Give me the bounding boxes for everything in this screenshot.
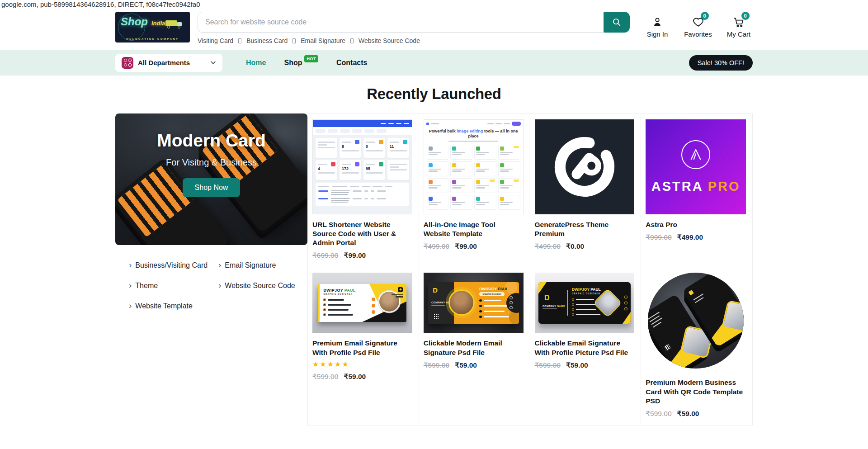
category-email-signature[interactable]: › Email Signature bbox=[218, 261, 303, 270]
product-prices: ₹599.00 ₹59.00 bbox=[312, 373, 412, 381]
favorites-label: Favorites bbox=[684, 30, 712, 38]
old-price: ₹599.00 bbox=[312, 373, 338, 380]
product-image: Powerful bulk image editing tools — all … bbox=[424, 119, 524, 214]
category-theme[interactable]: › Theme bbox=[129, 281, 218, 290]
old-price: ₹599.00 bbox=[646, 410, 671, 417]
qr-code bbox=[664, 344, 671, 351]
ads-txt-line: google.com, pub-5899814364628916, DIRECT… bbox=[0, 0, 868, 8]
product-prices: ₹999.00 ₹499.00 bbox=[646, 233, 746, 241]
category-website-source-code[interactable]: › Website Source Code bbox=[218, 281, 303, 290]
sale-badge[interactable]: Sale! 30% OFF! bbox=[689, 55, 753, 71]
nav-link-shop[interactable]: Shop HOT bbox=[284, 59, 318, 67]
product-grid: 8 0 11 4 172 95 bbox=[307, 113, 753, 425]
current-price: ₹59.00 bbox=[677, 410, 699, 417]
product-title[interactable]: All-in-One Image Tool Website Template bbox=[424, 220, 524, 238]
old-price: ₹499.00 bbox=[424, 242, 449, 250]
product-card[interactable]: D COMPANY NAME DWIPJOY PAUL Graphic Desi… bbox=[419, 267, 530, 425]
header: ShopIndia RELOCATION COMPANY Visiting Ca… bbox=[115, 12, 753, 44]
chevron-right-icon: › bbox=[129, 301, 132, 310]
generatepress-logo bbox=[551, 133, 618, 201]
company-logo-mark bbox=[689, 290, 694, 295]
shop-now-button[interactable]: Shop Now bbox=[183, 178, 241, 197]
search-input[interactable] bbox=[198, 12, 630, 33]
profile-photo bbox=[448, 289, 475, 316]
sign-in-button[interactable]: Sign In bbox=[643, 15, 671, 38]
all-departments-dropdown[interactable]: All Departments bbox=[115, 54, 222, 72]
search-icon bbox=[612, 17, 622, 27]
product-card[interactable]: D COMPANY NAME DWIPJOY PAUL GRAPHIC DESI… bbox=[530, 267, 642, 425]
cart-count-badge: 0 bbox=[741, 12, 750, 20]
product-title[interactable]: Astra Pro bbox=[646, 220, 746, 229]
logo-word-india: India bbox=[151, 20, 165, 27]
product-image bbox=[535, 119, 635, 214]
current-price: ₹59.00 bbox=[566, 361, 588, 369]
current-price: ₹99.00 bbox=[344, 251, 366, 259]
chevron-down-icon bbox=[210, 60, 216, 66]
product-title[interactable]: Clickable Email Signature With Profile P… bbox=[535, 339, 635, 357]
departments-grid-icon bbox=[122, 57, 133, 69]
sign-in-label: Sign In bbox=[647, 30, 668, 38]
hot-badge: HOT bbox=[304, 55, 318, 62]
product-prices: ₹599.00 ₹59.00 bbox=[646, 410, 746, 418]
category-website-template[interactable]: › Website Template bbox=[129, 302, 218, 311]
separator-box bbox=[292, 38, 296, 43]
product-prices: ₹499.00 ₹0.00 bbox=[535, 242, 635, 250]
hero-banner: Modern Card For Visitng & Business Shop … bbox=[115, 113, 307, 245]
company-logo-mark bbox=[398, 287, 403, 292]
cart-label: My Cart bbox=[727, 30, 751, 38]
old-price: ₹599.00 bbox=[424, 361, 449, 369]
current-price: ₹0.00 bbox=[566, 242, 584, 250]
current-price: ₹59.00 bbox=[344, 373, 366, 380]
quick-link-visiting-card[interactable]: Visiting Card bbox=[198, 37, 233, 44]
nav-link-home[interactable]: Home bbox=[246, 59, 266, 67]
user-icon bbox=[651, 16, 663, 28]
quick-link-website-source-code[interactable]: Website Source Code bbox=[359, 37, 420, 44]
quick-links: Visiting Card Business Card Email Signat… bbox=[198, 37, 630, 44]
product-image: D COMPANY NAME DWIPJOY PAUL Graphic Desi… bbox=[424, 273, 524, 333]
current-price: ₹99.00 bbox=[455, 242, 477, 250]
product-card[interactable]: 8 0 11 4 172 95 bbox=[308, 114, 419, 267]
logo-tagline: RELOCATION COMPANY bbox=[115, 38, 190, 40]
nav-link-contacts[interactable]: Contacts bbox=[336, 59, 367, 67]
product-prices: ₹499.00 ₹99.00 bbox=[424, 242, 524, 250]
chevron-right-icon: › bbox=[129, 281, 132, 289]
header-actions: Sign In 0 Favorites 0 My Cart bbox=[643, 12, 753, 38]
product-card[interactable]: Premium Modern Business Card With QR Cod… bbox=[641, 267, 752, 425]
old-price: ₹599.00 bbox=[535, 361, 561, 369]
product-card[interactable]: DWIPJOY PAUL GRAPHIC DESIGNER Premium Em… bbox=[308, 267, 419, 425]
favorites-button[interactable]: 0 Favorites bbox=[684, 15, 712, 38]
old-price: ₹499.00 bbox=[535, 242, 561, 250]
all-departments-label: All Departments bbox=[138, 59, 206, 66]
product-card[interactable]: ASTRAPRO Astra Pro ₹999.00 ₹499.00 bbox=[641, 114, 752, 267]
search-button[interactable] bbox=[604, 12, 630, 33]
separator-box bbox=[238, 38, 241, 43]
product-image: DWIPJOY PAUL GRAPHIC DESIGNER bbox=[312, 273, 412, 333]
page-title: Recently Launched bbox=[0, 85, 868, 103]
product-title[interactable]: Clickable Modern Email Signature Psd Fil… bbox=[424, 339, 524, 357]
product-prices: ₹599.00 ₹59.00 bbox=[424, 361, 524, 369]
logo-word-shop: Shop bbox=[121, 15, 148, 28]
astra-logo bbox=[681, 140, 710, 169]
banner-subtitle: For Visitng & Business bbox=[166, 157, 257, 168]
old-price: ₹999.00 bbox=[646, 233, 671, 241]
product-title[interactable]: Premium Email Signature With Profile Psd… bbox=[312, 339, 412, 357]
old-price: ₹699.00 bbox=[312, 251, 338, 259]
quick-link-business-card[interactable]: Business Card bbox=[246, 37, 288, 44]
main-navbar: All Departments Home Shop HOT Contacts S… bbox=[0, 50, 868, 76]
qr-code bbox=[433, 314, 439, 320]
product-title[interactable]: URL Shortener Website Source Code with U… bbox=[312, 220, 412, 247]
separator-box bbox=[350, 38, 354, 43]
category-business-visiting-card[interactable]: › Business/Visiting Card bbox=[129, 261, 218, 270]
product-card[interactable]: Powerful bulk image editing tools — all … bbox=[419, 114, 530, 267]
quick-link-email-signature[interactable]: Email Signature bbox=[301, 37, 345, 44]
site-logo[interactable]: ShopIndia RELOCATION COMPANY bbox=[115, 12, 190, 43]
product-title[interactable]: Premium Modern Business Card With QR Cod… bbox=[646, 378, 746, 405]
product-image: 8 0 11 4 172 95 bbox=[312, 119, 412, 214]
cart-button[interactable]: 0 My Cart bbox=[725, 15, 753, 38]
product-title[interactable]: GeneratePress Theme Premium bbox=[535, 220, 635, 238]
current-price: ₹59.00 bbox=[455, 361, 477, 369]
star-rating: ★★★★★ bbox=[312, 360, 412, 369]
favorites-count-badge: 0 bbox=[701, 12, 709, 20]
product-image: ASTRAPRO bbox=[646, 119, 746, 214]
product-card[interactable]: GeneratePress Theme Premium ₹499.00 ₹0.0… bbox=[530, 114, 642, 267]
